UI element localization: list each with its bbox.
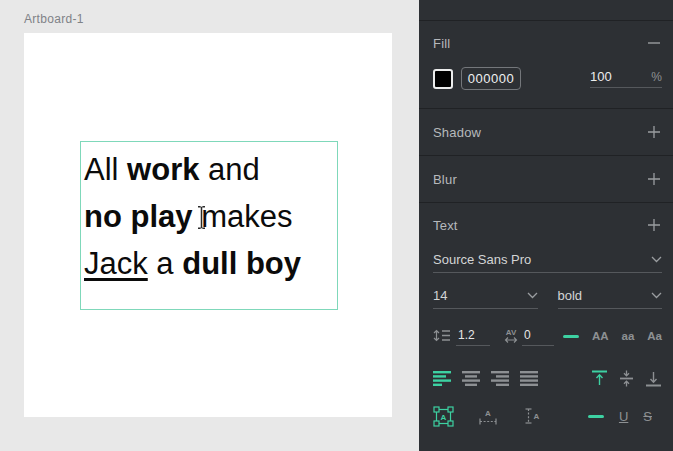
- text-run: All: [84, 152, 127, 187]
- font-weight-value: bold: [558, 288, 583, 303]
- transform-uppercase-button[interactable]: AA: [592, 330, 609, 342]
- add-shadow-button[interactable]: [646, 124, 662, 140]
- letter-spacing-icon: AV: [504, 329, 518, 344]
- chevron-down-icon: [527, 292, 538, 299]
- plus-icon: [647, 218, 661, 232]
- text-run-underline: Jack: [84, 246, 148, 281]
- text-run: makes: [193, 199, 293, 234]
- text-transform-group: AA aa Aa: [563, 330, 662, 346]
- auto-height-glyph: A: [534, 412, 540, 421]
- line-height-icon: [433, 329, 451, 342]
- app-window: Artboard-1 All work and no play makes Ja…: [0, 0, 673, 451]
- shadow-title: Shadow: [433, 125, 481, 140]
- font-family-value: Source Sans Pro: [433, 252, 531, 267]
- fixed-size-box-button[interactable]: A: [433, 406, 454, 427]
- blur-title: Blur: [433, 172, 457, 187]
- chevron-down-icon: [651, 256, 662, 263]
- text-title: Text: [433, 218, 458, 233]
- valign-middle-button[interactable]: [618, 370, 635, 387]
- fill-color-swatch[interactable]: [433, 69, 453, 89]
- artboard[interactable]: All work and no play makes Jack a dull b…: [24, 33, 392, 417]
- fill-hex-input[interactable]: [461, 67, 521, 90]
- text-run: and: [199, 152, 259, 187]
- text-line: All work and: [84, 146, 337, 193]
- fill-title: Fill: [433, 36, 450, 51]
- ibeam-cursor-icon: [196, 205, 207, 230]
- add-blur-button[interactable]: [646, 171, 662, 187]
- properties-panel: Fill % Shadow: [419, 0, 673, 451]
- strikethrough-button[interactable]: S: [643, 409, 652, 424]
- canvas-area[interactable]: Artboard-1 All work and no play makes Ja…: [0, 0, 419, 451]
- auto-width-glyph: A: [485, 409, 491, 418]
- line-height-input[interactable]: [456, 328, 490, 346]
- valign-bottom-button[interactable]: [645, 370, 662, 387]
- align-justify-button[interactable]: [520, 371, 538, 386]
- font-size-select[interactable]: 14: [433, 283, 538, 309]
- align-left-button[interactable]: [433, 371, 451, 386]
- plus-icon: [647, 172, 661, 186]
- align-center-button[interactable]: [462, 371, 480, 386]
- minus-icon: [647, 36, 661, 50]
- transform-capitalize-button[interactable]: Aa: [647, 330, 662, 342]
- underline-button[interactable]: U: [619, 409, 628, 424]
- transform-none-button[interactable]: [563, 335, 579, 338]
- shadow-section: Shadow: [419, 109, 673, 156]
- text-line: no play makes: [84, 193, 337, 240]
- collapse-fill-button[interactable]: [646, 35, 662, 51]
- text-run-bold: dull boy: [182, 246, 301, 281]
- vertical-align-group: [591, 370, 662, 387]
- fill-opacity-input[interactable]: [590, 69, 624, 84]
- fill-section: Fill %: [419, 21, 673, 109]
- letter-spacing-glyph: AV: [506, 329, 517, 336]
- fill-opacity-control: %: [590, 69, 662, 88]
- chevron-down-icon: [651, 292, 662, 299]
- text-decoration-group: U S: [588, 409, 652, 424]
- letter-spacing-input[interactable]: [522, 328, 554, 346]
- font-weight-select[interactable]: bold: [558, 283, 663, 309]
- text-run: a: [148, 246, 182, 281]
- blur-section: Blur: [419, 156, 673, 203]
- percent-label: %: [651, 70, 662, 84]
- panel-header-strip: [419, 0, 673, 21]
- fixed-box-glyph: A: [441, 412, 447, 421]
- text-line: Jack a dull boy: [84, 240, 337, 287]
- plus-icon: [647, 125, 661, 139]
- transform-lowercase-button[interactable]: aa: [622, 330, 635, 342]
- artboard-label[interactable]: Artboard-1: [24, 12, 84, 26]
- auto-height-button[interactable]: A: [524, 406, 542, 426]
- text-run-bold: work: [127, 152, 199, 187]
- text-run-bold: no play: [84, 199, 193, 234]
- font-family-select[interactable]: Source Sans Pro: [433, 247, 662, 273]
- selected-text-object[interactable]: All work and no play makes Jack a dull b…: [80, 141, 338, 310]
- auto-width-button[interactable]: A: [478, 407, 498, 426]
- valign-top-button[interactable]: [591, 370, 608, 387]
- decoration-none-button[interactable]: [588, 415, 604, 418]
- add-text-style-button[interactable]: [646, 217, 662, 233]
- text-section: Text Source Sans Pro 14 bold: [419, 203, 673, 437]
- font-size-value: 14: [433, 288, 447, 303]
- align-right-button[interactable]: [491, 371, 509, 386]
